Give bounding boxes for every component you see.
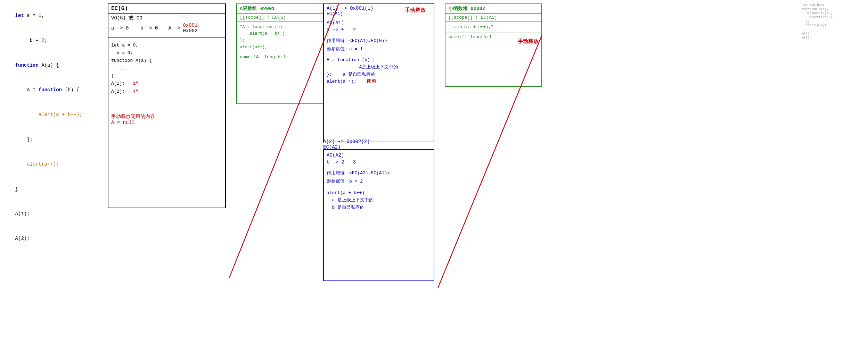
code-line-3: function A(a) {	[3, 53, 104, 78]
eca1-code-l2: .... A是上级上下文中的	[327, 64, 431, 71]
ecg-code-line3: function A(a) {	[111, 57, 222, 65]
eca2-box: AO(A2) b -> 2 3 作用域链：<EC(A2),EC(A1)> 形参赋…	[323, 149, 434, 281]
ecg-addr: 0x001 0x002	[183, 23, 197, 34]
heap-a-code-line4: alert(a++);"	[240, 44, 334, 51]
code-line-1: let a = 0,	[3, 3, 104, 28]
eca2-code-l2: a 是上级上下文中的	[327, 197, 431, 204]
heap-a-code-line3: };	[240, 37, 334, 44]
eca1-alert: alert(a++);	[327, 78, 357, 85]
eca2-divider	[324, 167, 434, 167]
code-line-2: b = 0;	[3, 28, 104, 53]
code-line-6: };	[3, 127, 104, 152]
heap-a-scope: [[scope]] : EC(G)	[237, 13, 336, 22]
heap-a-box: A函数堆 0x001 [[scope]] : EC(G) "A = functi…	[236, 3, 337, 104]
eca2-code-l3: b 是自己私有的	[327, 204, 431, 211]
ecg-code-line7: A(2); "4"	[111, 88, 222, 95]
eca1-code-l4: alert(a++); 闭包	[327, 78, 431, 85]
code-panel: let a = 0, b = 0; function A(a) { A = fu…	[3, 3, 104, 251]
code-line-9: A(1);	[3, 202, 104, 226]
eca1-a-label: a ->	[327, 27, 341, 33]
heap-small-scope: [[scope]] : EC(A1)	[445, 13, 541, 22]
eca1-closure: 闭包	[367, 78, 376, 85]
eca1-code: A = function (b) { .... A是上级上下文中的 }; a 是…	[324, 55, 434, 87]
ecg-release-label: 手动释放无用的内存	[111, 114, 222, 120]
ecg-addr1: 0x001	[183, 23, 197, 28]
code-line-8: }	[3, 177, 104, 202]
eca2-ao: AO(A2)	[324, 150, 434, 159]
heap-small-box: 小函数堆 0x002 [[scope]] : EC(A1) " alert(a …	[445, 3, 542, 87]
eca1-a-old: 1	[341, 27, 344, 33]
heap-a-title: A函数堆 0x001	[237, 4, 336, 13]
eca2-b-new: 3	[347, 159, 356, 165]
heap-a-name: name:'A' length:1	[237, 53, 336, 61]
eca2-top-label: A(2) -> 0x002(2) EC(A2)	[323, 139, 370, 150]
ecg-vo: VO(G) 或 GO	[108, 13, 225, 22]
ecg-code: let a = 0, b = 0; function A(a) { .... }…	[108, 40, 225, 97]
manual-release-a1-label: 手动释放	[405, 7, 426, 14]
ecg-release: 手动释放无用的内存 A = null	[108, 111, 225, 128]
code-line-5: alert(a + b++);	[3, 103, 104, 127]
code-line-7: alert(a++);	[3, 152, 104, 177]
eca1-divider	[324, 35, 434, 35]
ecg-code-line1: let a = 0,	[111, 42, 222, 49]
eca1-ao: AO(A1)	[324, 18, 434, 26]
ecg-divider	[108, 37, 225, 37]
heap-small-code: " alert(a + b++);"	[445, 22, 541, 33]
eca1-box: A(1) -> 0x001(1) EC(A1) AO(A1) a -> 1 2 …	[323, 3, 434, 142]
eca2-var: b -> 2 3	[324, 159, 434, 166]
ecg-code-line4: ....	[111, 65, 222, 72]
heap-a-code-line2: alert(a + b++);	[240, 31, 334, 37]
eca2-scope: 作用域链：<EC(A2),EC(A1)>	[324, 169, 434, 177]
heap-a-code-line1: "A = function (b) {	[240, 24, 334, 31]
manual-release-small-label: 手动释放	[518, 38, 539, 45]
ecg-code-line2: b = 0;	[111, 49, 222, 57]
eca1-a-new: 2	[347, 27, 356, 33]
right-panel: let a=0,b=0; function A(a){ A=function(b…	[802, 3, 865, 40]
code-line-10: A(2);	[3, 227, 104, 251]
eca2-top-title: A(2) -> 0x002(2)	[323, 139, 370, 144]
ecg-code-line5: }	[111, 72, 222, 80]
eca2-code: alert(a + b++) a 是上级上下文中的 b 是自己私有的	[324, 188, 434, 212]
ecg-title: EC(G)	[108, 4, 225, 13]
eca1-code-l3: }; a 是自己私有的	[327, 71, 431, 78]
heap-a-code: "A = function (b) { alert(a + b++); }; a…	[237, 22, 336, 53]
ecg-a-label: A ->	[168, 25, 183, 31]
ecg-vars-row: a -> 0 b -> 0 A -> 0x001 0x002	[108, 22, 225, 34]
ecg-code-line6: A(1); "1"	[111, 80, 222, 87]
eca1-param: 形参赋值：a = 1	[324, 45, 434, 53]
heap-small-title: 小函数堆 0x002	[445, 4, 541, 13]
eca1-scope: 作用域链：<EC(A1),EC(G)>	[324, 36, 434, 45]
eca2-param: 形参赋值：b = 2	[324, 177, 434, 185]
ecg-null-label: A = null	[111, 120, 222, 125]
eca2-b-old: 2	[341, 159, 344, 165]
heap-small-code-line1: " alert(a + b++);"	[448, 24, 539, 31]
ecg-box: EC(G) VO(G) 或 GO a -> 0 b -> 0 A -> 0x00…	[108, 3, 226, 208]
eca2-b-label: b ->	[327, 159, 341, 165]
eca1-code-l1: A = function (b) {	[327, 57, 431, 64]
ecg-vars: a -> 0 b -> 0	[111, 25, 158, 31]
eca2-code-l1: alert(a + b++)	[327, 190, 431, 197]
eca1-var: a -> 1 2	[324, 26, 434, 33]
right-notes: let a=0,b=0; function A(a){ A=function(b…	[802, 3, 865, 40]
code-line-4: A = function (b) {	[3, 78, 104, 102]
ecg-addr2: 0x002	[183, 28, 197, 34]
